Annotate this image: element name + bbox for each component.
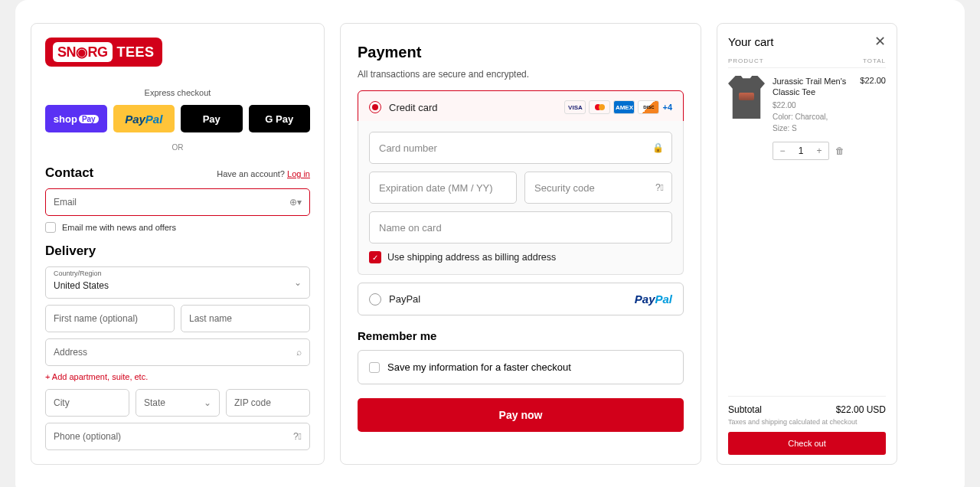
apple-pay-button[interactable]: Pay bbox=[181, 105, 243, 132]
item-line-price: $22.00 bbox=[860, 76, 886, 160]
amex-icon: AMEX bbox=[613, 100, 635, 114]
chevron-down-icon: ⌄ bbox=[294, 277, 302, 288]
pay-now-button[interactable]: Pay now bbox=[358, 398, 684, 432]
item-color: Color: Charcoal, bbox=[773, 113, 852, 121]
billing-same-label: Use shipping address as billing address bbox=[387, 252, 556, 263]
news-checkbox[interactable] bbox=[45, 222, 56, 233]
trash-icon[interactable]: 🗑 bbox=[835, 145, 844, 156]
card-brand-icons: VISA AMEX DISC +4 bbox=[564, 100, 672, 114]
add-apartment-link[interactable]: + Add apartment, suite, etc. bbox=[45, 372, 310, 381]
qty-plus-button[interactable]: + bbox=[810, 145, 828, 156]
discover-icon: DISC bbox=[638, 100, 659, 114]
payment-panel: Payment All transactions are secure and … bbox=[340, 23, 701, 465]
search-icon: ⌕ bbox=[296, 347, 302, 358]
lock-icon: 🔒 bbox=[652, 142, 664, 153]
subtotal-label: Subtotal bbox=[728, 404, 762, 415]
close-icon[interactable]: ✕ bbox=[874, 33, 886, 50]
name-on-card-field[interactable]: Name on card bbox=[369, 211, 672, 244]
phone-field[interactable]: Phone (optional) ?⃝ bbox=[45, 423, 310, 450]
remember-me-option[interactable]: Save my information for a faster checkou… bbox=[358, 350, 684, 384]
city-field[interactable]: City bbox=[45, 389, 129, 417]
state-select[interactable]: State⌄ bbox=[136, 389, 220, 417]
tax-note: Taxes and shipping calculated at checkou… bbox=[728, 418, 886, 426]
shop-pay-button[interactable]: shopPay bbox=[45, 105, 107, 132]
login-link[interactable]: Log in bbox=[287, 169, 310, 178]
help-icon: ?⃝ bbox=[655, 182, 664, 193]
paypal-logo-icon: PayPal bbox=[635, 293, 672, 306]
or-divider: OR bbox=[45, 143, 310, 152]
delivery-heading: Delivery bbox=[45, 244, 310, 259]
email-field[interactable]: Email ⊕▾ bbox=[45, 188, 310, 216]
chevron-down-icon: ⌄ bbox=[204, 397, 211, 408]
credit-card-form: Card number 🔒 Expiration date (MM / YY) … bbox=[358, 121, 684, 275]
item-size: Size: S bbox=[773, 124, 852, 132]
item-title: Jurassic Trail Men's Classic Tee bbox=[773, 76, 852, 98]
product-thumbnail bbox=[728, 76, 765, 119]
cart-panel: Your cart ✕ PRODUCT TOTAL Jurassic Trail… bbox=[717, 23, 897, 465]
help-icon: ?⃝ bbox=[293, 431, 302, 442]
brand-logo: SN◉RG TEES bbox=[45, 38, 162, 67]
qty-value: 1 bbox=[792, 145, 810, 156]
google-pay-button[interactable]: G Pay bbox=[249, 105, 311, 132]
quantity-stepper: − 1 + bbox=[773, 142, 829, 160]
radio-off-icon bbox=[369, 293, 381, 306]
expiry-field[interactable]: Expiration date (MM / YY) bbox=[369, 172, 517, 204]
address-field[interactable]: Address ⌕ bbox=[45, 338, 310, 366]
contact-heading: Contact bbox=[45, 165, 93, 181]
checkout-left-panel: SN◉RG TEES Express checkout shopPay PayP… bbox=[31, 23, 325, 465]
news-label: Email me with news and offers bbox=[62, 223, 176, 232]
paypal-option[interactable]: PayPal PayPal bbox=[358, 283, 684, 315]
country-select[interactable]: Country/Region United States ⌄ bbox=[45, 266, 310, 299]
secure-note: All transactions are secure and encrypte… bbox=[358, 69, 684, 80]
qty-minus-button[interactable]: − bbox=[773, 145, 792, 156]
cvv-field[interactable]: Security code?⃝ bbox=[524, 172, 672, 204]
visa-icon: VISA bbox=[564, 100, 586, 114]
first-name-field[interactable]: First name (optional) bbox=[45, 305, 175, 332]
remember-checkbox[interactable] bbox=[369, 362, 380, 373]
remember-label: Save my information for a faster checkou… bbox=[387, 361, 571, 373]
have-account-text: Have an account? Log in bbox=[217, 169, 310, 178]
express-checkout-label: Express checkout bbox=[45, 88, 310, 97]
credit-card-option[interactable]: Credit card VISA AMEX DISC +4 bbox=[358, 90, 684, 124]
subtotal-value: $22.00 USD bbox=[836, 404, 886, 415]
cart-item: Jurassic Trail Men's Classic Tee $22.00 … bbox=[728, 76, 886, 160]
col-total: TOTAL bbox=[863, 57, 886, 64]
zip-field[interactable]: ZIP code bbox=[226, 389, 310, 417]
payment-heading: Payment bbox=[358, 44, 684, 61]
radio-on-icon bbox=[369, 101, 381, 113]
col-product: PRODUCT bbox=[728, 57, 764, 64]
last-name-field[interactable]: Last name bbox=[181, 305, 310, 332]
paypal-express-button[interactable]: PayPal bbox=[113, 105, 175, 132]
checkout-button[interactable]: Check out bbox=[728, 432, 886, 455]
cart-heading: Your cart bbox=[728, 35, 773, 48]
remember-heading: Remember me bbox=[358, 329, 684, 342]
globe-icon: ⊕▾ bbox=[289, 197, 302, 208]
more-cards-badge: +4 bbox=[662, 103, 672, 112]
card-number-field[interactable]: Card number 🔒 bbox=[369, 132, 672, 164]
billing-same-checkbox[interactable]: ✓ bbox=[369, 251, 381, 263]
item-unit-price: $22.00 bbox=[773, 101, 852, 109]
mastercard-icon bbox=[589, 100, 610, 114]
